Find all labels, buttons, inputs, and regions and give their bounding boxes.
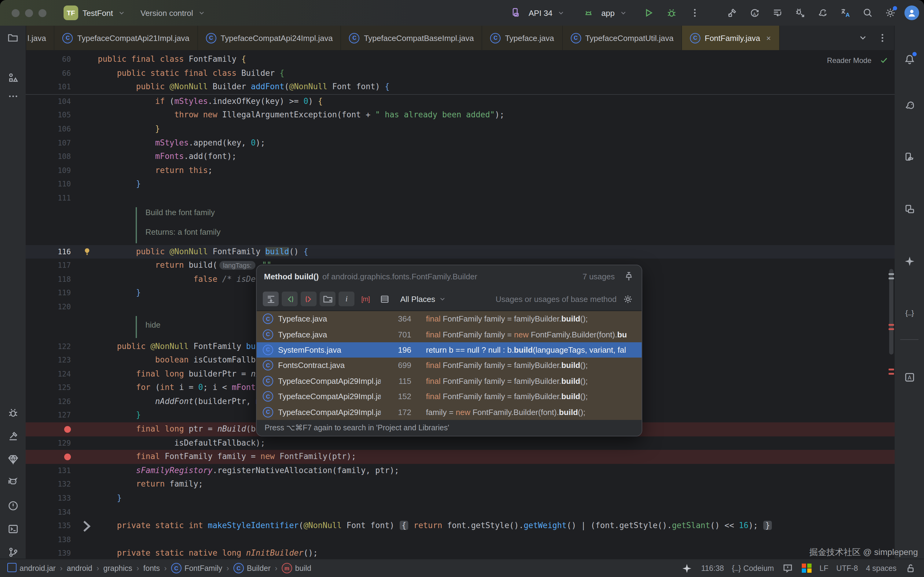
line-number[interactable]: 116 [26,245,76,259]
code-line[interactable]: 138 [26,533,895,547]
code-line[interactable]: 134 [26,505,895,519]
codeium-widget[interactable]: {...} Codeium [732,564,774,572]
line-number[interactable]: 111 [26,191,76,205]
version-control-icon[interactable] [4,543,22,561]
fold-arrow-icon[interactable] [76,519,98,533]
code-line[interactable]: 60public final class FontFamily { [26,53,895,66]
close-window-button[interactable] [11,9,19,17]
intention-bulb-icon[interactable] [76,245,98,259]
line-number[interactable]: 134 [26,505,76,519]
scrollbar-mark[interactable] [889,273,894,275]
breadcrumb-item-build[interactable]: mbuild [282,563,311,573]
tab-FontFamily.java[interactable]: CFontFamily.java× [682,26,779,50]
code-line[interactable]: 109 return this; [26,164,895,177]
code-line[interactable]: 139 private static native long nInitBuil… [26,547,895,559]
attach-debugger-icon[interactable] [791,4,808,21]
code-line[interactable]: 66 public static final class Builder { [26,66,895,80]
usage-row[interactable]: CFontsContract.java699final FontFamily f… [257,358,642,373]
tabs-more-icon[interactable] [874,29,891,47]
gradle-icon[interactable] [900,96,919,114]
code-line[interactable]: 135 private static int makeStyleIdentifi… [26,519,895,533]
doc-render-bar[interactable] [136,207,137,243]
inspections-check-icon[interactable] [879,56,889,65]
gemini-icon[interactable] [900,252,919,270]
project-tool-window-button[interactable] [0,26,26,50]
code-line[interactable]: 105 throw new IllegalArgumentException(f… [26,108,895,122]
minimize-window-button[interactable] [25,9,33,17]
code-line[interactable]: final FontFamily family = new FontFamily… [26,450,895,464]
line-number[interactable]: 117 [26,259,76,272]
microsoft-logo-icon[interactable] [802,564,811,573]
logcat-icon[interactable] [4,473,22,492]
scrollbar-error-mark[interactable] [889,328,894,330]
tab-Typeface.java[interactable]: CTypeface.java [483,26,563,50]
usage-row[interactable]: CTypefaceCompatApi29Impl.java152final Fo… [257,389,642,405]
notifications-icon[interactable] [900,50,919,68]
debug-button[interactable] [663,4,680,21]
line-number[interactable]: 127 [26,409,76,422]
line-number[interactable]: 120 [26,300,76,314]
scope-selector[interactable]: All Places [400,294,447,303]
app-quality-insights-icon[interactable] [4,450,22,468]
line-number[interactable]: 138 [26,533,76,547]
build-icon[interactable] [4,427,22,445]
line-number[interactable]: 129 [26,436,76,450]
scrollbar-error-mark[interactable] [889,369,894,371]
line-number[interactable]: 135 [26,519,76,533]
line-number[interactable]: 109 [26,164,76,177]
more-tool-windows-icon[interactable] [4,87,22,105]
debug-icon[interactable] [4,403,22,422]
code-line[interactable]: 108 mFonts.add(font); [26,150,895,163]
line-number[interactable]: 139 [26,547,76,559]
rename-refactor-icon[interactable]: A [746,4,763,21]
group-by-file-icon[interactable] [320,292,335,306]
usages-settings-gear-icon[interactable] [620,292,636,306]
encoding-widget[interactable]: UTF-8 [836,564,858,572]
code-line[interactable]: 131 sFamilyRegistory.registerNativeAlloc… [26,464,895,478]
preview-panel-icon[interactable] [377,292,392,306]
doc-render-bar[interactable] [136,316,137,338]
line-number[interactable]: 66 [26,66,76,80]
endpoints-icon[interactable]: {...} [900,304,919,322]
show-import-statements-icon[interactable]: i [338,292,354,306]
line-separator-widget[interactable]: LF [819,564,828,572]
tab-l.java[interactable]: l.java [26,26,55,50]
code-line[interactable]: 101 public @NonNull Builder addFont(@Non… [26,80,895,94]
code-line[interactable]: 104 if (mStyles.indexOfKey(key) >= 0) { [26,94,895,108]
settings-icon[interactable] [882,4,899,21]
run-config-selector[interactable]: app [580,4,627,21]
ai-sparkle-icon[interactable] [681,562,693,574]
breadcrumb-item-FontFamily[interactable]: CFontFamily [171,563,222,573]
line-number[interactable]: 108 [26,150,76,163]
scrollbar-mark[interactable] [889,277,894,279]
line-number[interactable]: 133 [26,492,76,505]
code-line[interactable]: 133 } [26,492,895,505]
line-number[interactable]: 101 [26,80,76,94]
code-line[interactable]: 129 isDefaultFallback); [26,436,895,450]
line-number[interactable]: 105 [26,108,76,122]
run-button[interactable] [639,4,657,21]
user-avatar[interactable] [905,5,919,20]
sort-usages-icon[interactable] [263,292,278,306]
scrollbar-error-mark[interactable] [889,373,894,375]
breakpoint-icon[interactable] [64,426,71,433]
line-number[interactable]: 60 [26,53,76,66]
line-number[interactable]: 124 [26,367,76,381]
pin-icon[interactable] [623,271,634,282]
usage-row[interactable]: CTypefaceCompatApi29Impl.java172family =… [257,405,642,420]
breadcrumb-item-android.jar[interactable]: android.jar [7,562,56,574]
code-line[interactable]: 111 [26,191,895,205]
code-line[interactable]: 110 } [26,177,895,191]
problems-icon[interactable] [4,496,22,515]
method-usages-icon[interactable]: [m] [357,292,373,306]
device-manager-icon[interactable] [900,200,919,218]
line-number[interactable]: 125 [26,381,76,395]
close-tab-icon[interactable]: × [766,33,771,42]
translate-icon[interactable]: A [837,4,854,21]
usage-row[interactable]: CTypefaceCompatApi29Impl.java115final Fo… [257,373,642,389]
reader-mode-label[interactable]: Reader Mode [827,56,871,65]
code-line[interactable]: 106 } [26,122,895,136]
scrollbar-thumb[interactable] [889,269,893,355]
line-number[interactable]: 119 [26,286,76,300]
line-number[interactable]: 122 [26,340,76,353]
